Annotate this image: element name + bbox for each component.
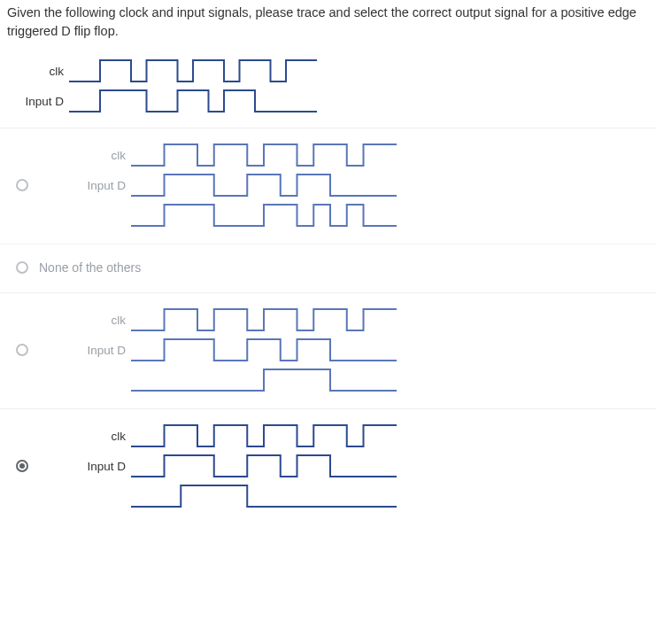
none-label: None of the others (39, 255, 649, 280)
output-waveform (131, 201, 397, 229)
answer-option-none[interactable]: None of the others (0, 244, 656, 292)
clk-label: clk (7, 65, 69, 78)
inputd-label: Input D (7, 95, 69, 108)
clk-label: clk (69, 430, 131, 443)
clk-waveform (131, 306, 397, 334)
clk-label: clk (69, 149, 131, 162)
inputd-waveform (131, 336, 397, 364)
clk-waveform (131, 141, 397, 169)
output-waveform (131, 482, 397, 510)
clk-waveform-ref (69, 57, 317, 85)
answer-option-4[interactable]: clk Input D (0, 408, 656, 524)
inputd-label: Input D (69, 460, 131, 473)
inputd-waveform (131, 452, 397, 480)
inputd-label: Input D (69, 179, 131, 192)
output-waveform (131, 366, 397, 394)
clk-waveform (131, 422, 397, 450)
inputd-label: Input D (69, 344, 131, 357)
radio-icon (16, 179, 28, 191)
inputd-waveform-ref (69, 87, 317, 115)
clk-label: clk (69, 314, 131, 327)
reference-signals: clk Input D (0, 50, 656, 128)
answer-option-1[interactable]: clk Input D (0, 128, 656, 244)
radio-icon (16, 460, 28, 472)
radio-icon (16, 344, 28, 356)
question-text: Given the following clock and input sign… (0, 0, 656, 50)
radio-icon (16, 261, 28, 274)
answer-option-3[interactable]: clk Input D (0, 292, 656, 408)
inputd-waveform (131, 171, 397, 199)
